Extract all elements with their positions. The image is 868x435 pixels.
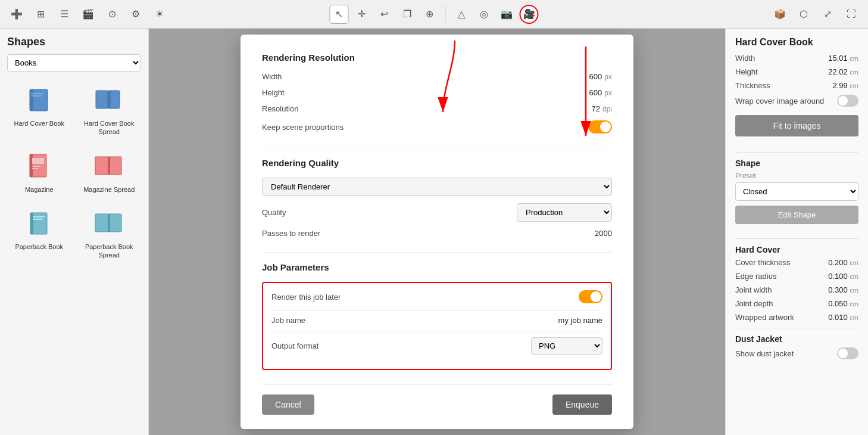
fit-to-images-button[interactable]: Fit to images [735, 115, 858, 136]
shape-item-magazine[interactable]: Magazine [7, 146, 71, 197]
toolbar-left: ➕ ⊞ ☰ 🎬 ⊙ ⚙ ☀ [7, 5, 169, 24]
sun-icon[interactable]: ☀ [150, 5, 169, 24]
merge-icon[interactable]: ⊕ [420, 5, 439, 24]
svg-rect-17 [33, 216, 45, 218]
rp-height-row: Height 22.02 cm [735, 67, 858, 76]
renderer-row: Default Renderer [262, 178, 612, 196]
resolution-label: Resolution [262, 104, 298, 113]
svg-rect-4 [96, 91, 108, 108]
output-format-row: Output format PNG [271, 337, 602, 355]
enqueue-button[interactable]: Enqueue [552, 394, 612, 415]
main-layout: Shapes Books Hard Cover Book [0, 29, 868, 435]
joint-width-row: Joint width 0.300 cm [735, 285, 858, 294]
width-row: Width 600 px [262, 72, 612, 81]
move-tool[interactable]: ✛ [352, 5, 371, 24]
renderer-select[interactable]: Default Renderer [262, 178, 612, 196]
cover-thickness-value: 0.200 cm [828, 258, 858, 267]
paperback-label: Paperback Book [15, 243, 63, 251]
shape-title: Shape [735, 159, 858, 168]
rendering-quality-section: Rendering Quality Default Renderer Quali… [262, 158, 612, 238]
extrude-icon[interactable]: △ [452, 5, 471, 24]
preset-label: Preset [735, 172, 858, 180]
rp-divider-1 [735, 152, 858, 153]
keep-scene-label: Keep scene proportions [262, 123, 344, 132]
rendering-quality-title: Rendering Quality [262, 158, 612, 168]
settings-icon[interactable]: ⚙ [126, 5, 145, 24]
rp-thickness-value: 2.99 cm [832, 81, 858, 90]
wrap-toggle[interactable] [837, 95, 858, 107]
hard-cover-book-label: Hard Cover Book [14, 119, 64, 128]
edge-radius-row: Edge radius 0.100 cm [735, 272, 858, 281]
fullscreen-icon[interactable]: ⛶ [842, 5, 861, 24]
render-later-label: Render this job later [271, 293, 341, 302]
shape-item-paperback[interactable]: Paperback Book [7, 203, 71, 263]
quality-select[interactable]: Production [517, 203, 612, 222]
menu-icon[interactable]: ☰ [55, 5, 74, 24]
shape-item-magazine-spread[interactable]: Magazine Spread [77, 146, 142, 197]
orbit-icon[interactable]: ◎ [474, 5, 494, 24]
dust-jacket-toggle[interactable] [837, 347, 858, 359]
edge-radius-value: 0.100 cm [828, 272, 858, 281]
job-params-section: Job Parameters Render this job later Job… [262, 262, 612, 370]
grid-icon[interactable]: ⊞ [31, 5, 50, 24]
duplicate-icon[interactable]: ❐ [398, 5, 417, 24]
resolution-value: 72 [592, 104, 600, 113]
shape-item-hard-cover-book[interactable]: Hard Cover Book [7, 80, 71, 140]
svg-rect-2 [31, 93, 44, 94]
cover-thickness-label: Cover thickness [735, 258, 790, 267]
job-name-row: Job name my job name [271, 316, 602, 325]
resolution-unit: dpi [602, 105, 612, 113]
shapes-dropdown[interactable]: Books [7, 54, 141, 72]
render-later-row: Render this job later [271, 290, 602, 303]
modal-footer: Cancel Enqueue [262, 384, 612, 415]
divider-1 [262, 148, 612, 148]
camera2-icon[interactable]: 📷 [497, 5, 516, 24]
hard-cover-spread-icon [92, 83, 126, 117]
shape-item-paperback-spread[interactable]: Paperback Book Spread [77, 203, 142, 263]
edge-radius-label: Edge radius [735, 272, 776, 281]
height-unit: px [604, 89, 612, 97]
preset-select[interactable]: Closed [735, 182, 858, 201]
keep-scene-row: Keep scene proportions [262, 120, 612, 133]
sphere-icon[interactable]: ⬡ [794, 5, 813, 24]
pointer-tool[interactable]: ↖ [330, 5, 349, 24]
rendering-resolution-title: Rendering Resolution [262, 52, 612, 63]
paperback-spread-label: Paperback Book Spread [81, 243, 138, 260]
svg-rect-3 [31, 95, 42, 97]
show-dust-jacket-label: Show dust jacket [735, 349, 794, 358]
quality-row: Quality Production [262, 203, 612, 222]
cancel-button[interactable]: Cancel [262, 394, 314, 415]
svg-rect-11 [32, 168, 38, 169]
show-dust-jacket-row: Show dust jacket [735, 347, 858, 359]
target-icon[interactable]: ⊙ [102, 5, 121, 24]
shape-section: Shape Preset Closed Edit Shape [735, 159, 858, 232]
hard-cover-title: Hard Cover [735, 245, 858, 254]
magazine-spread-icon [92, 150, 126, 183]
output-format-select[interactable]: PNG [531, 337, 602, 355]
divider-2 [262, 252, 612, 253]
expand-icon[interactable]: ⤢ [818, 5, 837, 24]
rendering-resolution-section: Rendering Resolution Width 600 px Height… [262, 52, 612, 133]
svg-rect-6 [107, 91, 111, 108]
undo-icon[interactable]: ↩ [375, 5, 394, 24]
magazine-icon [23, 150, 56, 183]
camera-icon[interactable]: 🎬 [79, 5, 98, 24]
resolution-row: Resolution 72 dpi [262, 104, 612, 113]
svg-rect-21 [108, 214, 110, 232]
magazine-label: Magazine [25, 185, 54, 194]
add-icon[interactable]: ➕ [7, 5, 26, 24]
width-unit: px [604, 73, 612, 81]
joint-depth-value: 0.050 cm [828, 299, 858, 308]
keep-scene-toggle[interactable] [588, 120, 612, 133]
wrapped-artwork-row: Wrapped artwork 0.010 cm [735, 313, 858, 322]
passes-row: Passes to render 2000 [262, 229, 612, 238]
divider-3 [271, 310, 602, 311]
cover-thickness-row: Cover thickness 0.200 cm [735, 258, 858, 267]
canvas-area: Rendering Resolution Width 600 px Height… [149, 29, 725, 435]
box-icon[interactable]: 📦 [770, 5, 789, 24]
rp-width-label: Width [735, 54, 755, 63]
render-icon[interactable]: 🎥 [520, 5, 539, 24]
edit-shape-button[interactable]: Edit Shape [735, 206, 858, 224]
shape-item-hard-cover-spread[interactable]: Hard Cover Book Spread [77, 80, 142, 140]
render-later-toggle[interactable] [579, 290, 602, 303]
